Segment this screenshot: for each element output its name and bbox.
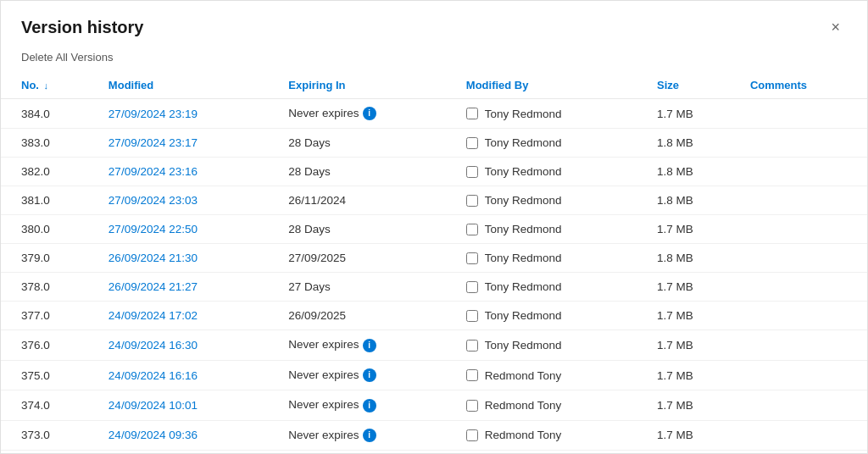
modified-link[interactable]: 26/09/2024 21:27	[108, 280, 198, 293]
cell-modifiedby: Tony Redmond	[456, 129, 647, 158]
modified-link[interactable]: 27/09/2024 23:19	[108, 108, 198, 120]
cell-modified[interactable]: 24/09/2024 09:36	[98, 420, 278, 450]
cell-expiring: Never expiresi	[278, 330, 455, 360]
col-header-modified[interactable]: Modified	[98, 72, 278, 99]
cell-size: 1.7 MB	[647, 360, 740, 390]
cell-modified[interactable]: 26/09/2024 21:30	[98, 244, 278, 273]
row-checkbox[interactable]	[466, 108, 478, 119]
info-icon[interactable]: i	[363, 399, 376, 412]
row-checkbox[interactable]	[466, 281, 478, 293]
cell-comments	[740, 158, 867, 186]
row-checkbox[interactable]	[466, 137, 478, 149]
cell-expiring: Never expiresi	[278, 390, 455, 420]
row-checkbox[interactable]	[466, 429, 478, 441]
modified-link[interactable]: 24/09/2024 10:01	[108, 399, 198, 412]
row-checkbox[interactable]	[466, 224, 478, 235]
modifiedby-name: Redmond Tony	[485, 399, 562, 412]
modifiedby-name: Tony Redmond	[485, 165, 562, 178]
cell-size: 1.8 MB	[647, 186, 740, 215]
modifiedby-name: Tony Redmond	[485, 280, 562, 293]
table-row: 383.027/09/2024 23:1728 DaysTony Redmond…	[1, 129, 867, 158]
cell-modifiedby: Tony Redmond	[456, 244, 647, 273]
row-checkbox[interactable]	[466, 252, 478, 264]
col-header-expiring[interactable]: Expiring In	[278, 72, 455, 99]
cell-modified[interactable]: 24/09/2024 16:30	[98, 330, 278, 360]
col-header-no[interactable]: No. ↓	[1, 72, 98, 99]
cell-modifiedby: Redmond Tony	[456, 360, 647, 390]
cell-comments	[740, 390, 867, 420]
cell-comments	[740, 273, 867, 302]
col-header-size[interactable]: Size	[647, 72, 740, 99]
row-checkbox[interactable]	[466, 340, 478, 352]
col-header-modifiedby[interactable]: Modified By	[456, 72, 647, 99]
cell-comments	[740, 330, 867, 360]
table-row: 373.024/09/2024 09:36Never expiresiRedmo…	[1, 420, 867, 450]
info-icon[interactable]: i	[363, 107, 376, 120]
cell-modifiedby: Redmond Tony	[456, 390, 647, 420]
cell-no: 380.0	[1, 215, 98, 244]
cell-modified[interactable]: 26/09/2024 21:27	[98, 273, 278, 302]
cell-size: 1.8 MB	[647, 129, 740, 158]
cell-size: 1.7 MB	[647, 390, 740, 420]
cell-comments	[740, 215, 867, 244]
table-row: 381.027/09/2024 23:0326/11/2024Tony Redm…	[1, 186, 867, 215]
cell-modified[interactable]: 24/09/2024 17:02	[98, 302, 278, 330]
modified-link[interactable]: 27/09/2024 22:50	[108, 223, 198, 235]
modified-link[interactable]: 24/09/2024 09:36	[108, 429, 198, 441]
info-icon[interactable]: i	[363, 368, 376, 382]
delete-all-versions-link[interactable]: Delete All Versions	[21, 51, 113, 64]
cell-expiring: Never expiresi	[278, 420, 455, 450]
cell-no: 374.0	[1, 390, 98, 420]
table-row: 378.026/09/2024 21:2727 DaysTony Redmond…	[1, 273, 867, 302]
table-row: 375.024/09/2024 16:16Never expiresiRedmo…	[1, 360, 867, 390]
cell-modifiedby: Tony Redmond	[456, 330, 647, 360]
info-icon[interactable]: i	[363, 339, 376, 352]
table-row: 384.027/09/2024 23:19Never expiresiTony …	[1, 99, 867, 129]
cell-modified[interactable]: 27/09/2024 23:17	[98, 129, 278, 158]
table-row: 379.026/09/2024 21:3027/09/2025Tony Redm…	[1, 244, 867, 273]
cell-modifiedby: Tony Redmond	[456, 99, 647, 129]
cell-modified[interactable]: 24/09/2024 16:16	[98, 360, 278, 390]
modified-link[interactable]: 26/09/2024 21:30	[108, 252, 198, 264]
cell-expiring: Never expiresi	[278, 99, 455, 129]
cell-expiring: 28 Days	[278, 129, 455, 158]
cell-modifiedby: Redmond Tony	[456, 420, 647, 450]
modified-link[interactable]: 24/09/2024 17:02	[108, 309, 198, 322]
modified-link[interactable]: 24/09/2024 16:16	[108, 369, 198, 382]
modified-link[interactable]: 24/09/2024 16:30	[108, 339, 198, 352]
cell-expiring: 26/09/2025	[278, 302, 455, 330]
cell-no: 384.0	[1, 99, 98, 129]
row-checkbox[interactable]	[466, 195, 478, 207]
table-row: 376.024/09/2024 16:30Never expiresiTony …	[1, 330, 867, 360]
cell-comments	[740, 420, 867, 450]
modifiedby-name: Redmond Tony	[485, 369, 562, 382]
cell-modifiedby: Tony Redmond	[456, 273, 647, 302]
cell-modifiedby: Tony Redmond	[456, 186, 647, 215]
row-checkbox[interactable]	[466, 369, 478, 381]
dialog-header: Version history ×	[1, 1, 867, 47]
col-header-comments[interactable]: Comments	[740, 72, 867, 99]
modified-link[interactable]: 27/09/2024 23:16	[108, 165, 198, 178]
modified-link[interactable]: 27/09/2024 23:17	[108, 136, 198, 149]
table-row: 377.024/09/2024 17:0226/09/2025Tony Redm…	[1, 302, 867, 330]
cell-modified[interactable]: 27/09/2024 23:16	[98, 158, 278, 186]
cell-modified[interactable]: 27/09/2024 23:19	[98, 99, 278, 129]
modifiedby-name: Redmond Tony	[485, 429, 562, 441]
modifiedby-name: Tony Redmond	[485, 194, 562, 207]
row-checkbox[interactable]	[466, 166, 478, 178]
cell-modified[interactable]: 27/09/2024 23:03	[98, 186, 278, 215]
cell-expiring: 28 Days	[278, 215, 455, 244]
modified-link[interactable]: 27/09/2024 23:03	[108, 194, 198, 207]
versions-table: No. ↓ Modified Expiring In Modified By S…	[1, 72, 867, 451]
row-checkbox[interactable]	[466, 400, 478, 412]
cell-modified[interactable]: 24/09/2024 10:01	[98, 390, 278, 420]
modifiedby-name: Tony Redmond	[485, 339, 562, 352]
cell-expiring: 26/11/2024	[278, 186, 455, 215]
close-button[interactable]: ×	[824, 16, 847, 38]
info-icon[interactable]: i	[363, 429, 376, 442]
row-checkbox[interactable]	[466, 310, 478, 322]
cell-modified[interactable]: 27/09/2024 22:50	[98, 215, 278, 244]
table-container: No. ↓ Modified Expiring In Modified By S…	[1, 72, 867, 453]
cell-comments	[740, 186, 867, 215]
sort-arrow-no: ↓	[44, 80, 49, 91]
